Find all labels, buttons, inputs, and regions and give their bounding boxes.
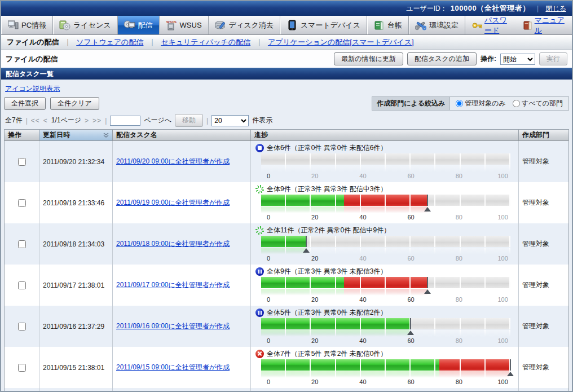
- wsus-icon: WSUS: [166, 20, 177, 31]
- tab-label: ディスク消去: [229, 20, 274, 30]
- row-updated: 2011/09/15 21:38:01: [43, 364, 104, 372]
- smart-device-icon: [286, 20, 298, 31]
- progress-reflection: [261, 289, 510, 296]
- row-checkbox[interactable]: [18, 281, 26, 289]
- row-progress-cell: 全体7件（正常5件 異常2件 未配信0件） 020406080100: [251, 347, 519, 388]
- first-page-button[interactable]: <<: [31, 117, 40, 125]
- operation-select[interactable]: 開始: [500, 54, 535, 65]
- tab-disk-erase[interactable]: ディスク消去: [209, 16, 280, 34]
- tab-label: スマートデバイス: [301, 20, 360, 30]
- icon-help-link[interactable]: アイコン説明表示: [5, 85, 60, 93]
- row-updated-cell: 2011/09/14 21:38:01: [39, 388, 113, 391]
- row-checkbox[interactable]: [18, 364, 26, 372]
- refresh-button[interactable]: 最新の情報に更新: [334, 52, 403, 65]
- row-checkbox[interactable]: [18, 199, 26, 207]
- move-button[interactable]: 移動: [175, 114, 203, 127]
- tab-wsus[interactable]: WSUS WSUS: [160, 16, 209, 34]
- column-header-department[interactable]: 作成部門: [519, 130, 568, 140]
- column-header-updated-label: 更新日時: [43, 130, 70, 140]
- pause-icon: [255, 309, 264, 317]
- progress-bar: [261, 153, 510, 165]
- password-link[interactable]: パスワード: [472, 15, 514, 36]
- license-icon: [59, 20, 70, 31]
- select-all-button[interactable]: 全件選択: [4, 97, 46, 110]
- row-department: 管理対象: [522, 239, 549, 249]
- tab-license[interactable]: ライセンス: [53, 16, 118, 34]
- goto-page-input[interactable]: [110, 116, 140, 126]
- row-department-cell: 管理対象: [519, 265, 568, 306]
- tab-settings[interactable]: 環境設定: [409, 16, 465, 34]
- row-operation-cell: [5, 265, 39, 306]
- tab-ledger[interactable]: 台帳: [367, 16, 409, 34]
- task-link[interactable]: 2011/09/17 09:00に全社管理者が作成: [116, 280, 230, 290]
- progress-label: 全体9件（正常3件 異常3件 未配信3件）: [267, 267, 387, 276]
- radio-all-departments-input[interactable]: [513, 100, 520, 107]
- subnav-link-application[interactable]: アプリケーションの配信[スマートデバイス]: [268, 37, 414, 47]
- tab-distribution[interactable]: 配信: [118, 16, 160, 34]
- subnav-separator: ｜: [255, 37, 263, 47]
- row-task-cell: 2011/09/18 09:00に全社管理者が作成: [113, 223, 251, 265]
- radio-all-departments[interactable]: すべての部門: [513, 99, 563, 108]
- row-checkbox[interactable]: [18, 158, 26, 166]
- progress-axis: 020406080100: [267, 255, 507, 263]
- axis-tick-label: 60: [407, 173, 414, 179]
- tab-smart-device[interactable]: スマートデバイス: [280, 16, 367, 34]
- manual-link[interactable]: マニュアル: [523, 15, 565, 36]
- progress-bar: [261, 195, 510, 206]
- row-updated-cell: 2011/09/15 21:38:01: [39, 347, 113, 388]
- task-link[interactable]: 2011/09/20 09:00に全社管理者が作成: [116, 157, 230, 166]
- row-checkbox[interactable]: [18, 240, 26, 248]
- prev-page-button[interactable]: <: [43, 117, 48, 125]
- clear-all-button[interactable]: 全件クリア: [50, 97, 99, 110]
- axis-tick-label: 100: [497, 214, 508, 221]
- disk-erase-icon: [215, 20, 226, 31]
- table-header-row: 操作 更新日時 配信タスク名 進捗 作成部門: [5, 130, 568, 141]
- row-operation-cell: [5, 306, 39, 347]
- subnav-link-security-patch[interactable]: セキュリティパッチの配信: [161, 37, 250, 47]
- operation-label: 操作:: [481, 54, 496, 64]
- last-page-button[interactable]: >>: [92, 117, 102, 125]
- task-link[interactable]: 2011/09/15 09:00に全社管理者が作成: [116, 363, 230, 372]
- axis-tick-label: 40: [359, 337, 366, 344]
- next-page-button[interactable]: >: [85, 117, 89, 125]
- subnav-separator: ｜: [148, 37, 156, 47]
- axis-tick-label: 40: [359, 173, 366, 179]
- progress-reflection: [261, 248, 510, 255]
- column-header-task-name[interactable]: 配信タスク名: [113, 130, 251, 140]
- column-header-progress[interactable]: 進捗: [251, 130, 519, 140]
- progress-marker-icon: [303, 248, 310, 253]
- row-updated-cell: 2011/09/17 21:38:01: [39, 265, 113, 306]
- row-checkbox[interactable]: [18, 323, 26, 331]
- subnav-link-software[interactable]: ソフトウェアの配信: [76, 37, 143, 47]
- radio-managed-only-input[interactable]: [456, 100, 463, 107]
- user-id-value: 100000（全社管理者）: [451, 3, 530, 14]
- column-header-updated[interactable]: 更新日時: [39, 130, 113, 140]
- task-link[interactable]: 2011/09/18 09:00に全社管理者が作成: [116, 239, 230, 249]
- section-title-bar: 配信タスク一覧: [1, 68, 572, 80]
- tab-pc-info[interactable]: PC情報: [1, 16, 53, 34]
- axis-tick-label: 20: [311, 214, 318, 221]
- progress-bar: [261, 277, 510, 288]
- progress-widget: 020406080100: [261, 195, 510, 222]
- row-task-cell: 2011/09/14 09:00に全社管理者が作成: [113, 388, 251, 391]
- close-link[interactable]: 閉じる: [545, 4, 566, 14]
- task-link[interactable]: 2011/09/16 09:00に全社管理者が作成: [116, 321, 230, 331]
- progress-reflection: [261, 165, 510, 173]
- row-department-cell: 管理対象: [519, 223, 568, 265]
- axis-tick-label: 20: [311, 173, 318, 179]
- axis-tick-label: 20: [311, 378, 318, 385]
- execute-button[interactable]: 実行: [539, 52, 567, 65]
- per-page-select[interactable]: 20: [211, 115, 249, 126]
- radio-managed-only[interactable]: 管理対象のみ: [456, 99, 506, 108]
- add-task-button[interactable]: 配信タスクの追加: [407, 52, 477, 65]
- axis-tick-label: 100: [497, 255, 508, 262]
- column-header-operation[interactable]: 操作: [5, 130, 39, 140]
- topbar-separator: ｜: [535, 4, 541, 14]
- password-link-label: パスワード: [484, 15, 514, 36]
- row-progress-cell: 全体5件（正常3件 異常0件 未配信2件） 020406080100: [251, 306, 519, 347]
- row-updated-cell: 2011/09/18 21:34:03: [39, 223, 113, 265]
- progress-reflection: [261, 206, 510, 214]
- axis-tick-label: 0: [267, 214, 270, 221]
- task-link[interactable]: 2011/09/19 09:00に全社管理者が作成: [116, 198, 230, 208]
- row-department: 管理対象: [522, 157, 549, 166]
